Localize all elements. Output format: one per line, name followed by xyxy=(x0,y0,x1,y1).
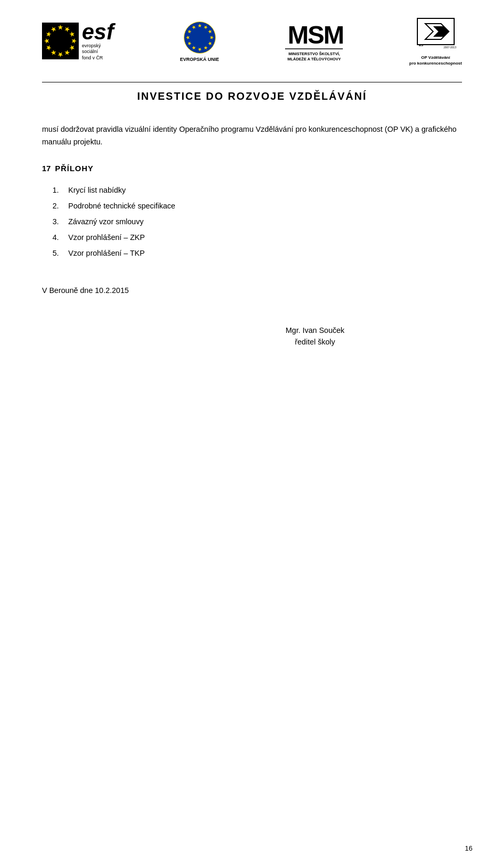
list-num-4: 4. xyxy=(52,231,63,244)
svg-point-13 xyxy=(184,22,215,53)
page-number: 16 xyxy=(465,844,472,852)
header-divider xyxy=(42,82,462,82)
appendix-list: 1. Krycí list nabídky 2. Podrobné techni… xyxy=(52,183,462,260)
signature-title: ředitel školy xyxy=(295,338,335,346)
op-logo: ES 2007-2013 OP Vzdělávání pro konkurenc… xyxy=(410,16,462,66)
eu-flag-icon xyxy=(183,20,217,55)
location-date: V Berouně dne 10.2.2015 xyxy=(42,286,462,295)
list-num-5: 5. xyxy=(52,246,63,260)
esf-text-block: esf evropský sociální fond v ČR xyxy=(82,21,114,61)
list-text-2: Podrobné technické specifikace xyxy=(68,199,175,213)
list-text-3: Závazný vzor smlouvy xyxy=(68,215,143,228)
svg-text:ES: ES xyxy=(419,44,423,47)
footer-section: V Berouně dne 10.2.2015 Mgr. Ivan Souček… xyxy=(42,286,462,346)
list-num-2: 2. xyxy=(52,199,63,213)
svg-text:2007-2013: 2007-2013 xyxy=(444,46,456,49)
list-item: 5. Vzor prohlášení – TKP xyxy=(52,246,462,260)
esf-description-line2: sociální xyxy=(82,49,114,55)
list-item: 4. Vzor prohlášení – ZKP xyxy=(52,231,462,244)
esf-description-line1: evropský xyxy=(82,43,114,49)
list-num-1: 1. xyxy=(52,183,63,197)
list-item: 1. Krycí list nabídky xyxy=(52,183,462,197)
msmt-emblem-icon: MSMT xyxy=(285,20,343,51)
signature-area: Mgr. Ivan Souček ředitel školy xyxy=(262,326,368,346)
svg-text:MSMT: MSMT xyxy=(288,21,343,49)
op-text-line2: pro konkurenceschopnost xyxy=(410,60,462,66)
msmt-logo: MSMT MINISTERSTVO ŠKOLSTVÍ, MLÁDEŽE A TĚ… xyxy=(285,20,343,62)
list-item: 2. Podrobné technické specifikace xyxy=(52,199,462,213)
esf-description-line3: fond v ČR xyxy=(82,55,114,61)
list-text-4: Vzor prohlášení – ZKP xyxy=(68,231,145,244)
section-number: 17 xyxy=(42,164,51,173)
list-text-5: Vzor prohlášení – TKP xyxy=(68,246,145,260)
msmt-text-line2: MLÁDEŽE A TĚLOVÝCHOVY xyxy=(287,57,341,62)
list-num-3: 3. xyxy=(52,215,63,228)
page: esf evropský sociální fond v ČR xyxy=(0,0,504,868)
list-text-1: Krycí list nabídky xyxy=(68,183,126,197)
svg-marker-30 xyxy=(433,26,449,37)
eu-label-text: EVROPSKÁ UNIE xyxy=(180,57,219,62)
esf-logo: esf evropský sociální fond v ČR xyxy=(42,21,114,61)
op-emblem-icon: ES 2007-2013 xyxy=(415,16,457,53)
list-item: 3. Závazný vzor smlouvy xyxy=(52,215,462,228)
main-content: musí dodržovat pravidla vizuální identit… xyxy=(42,123,462,346)
esf-big-letters: esf xyxy=(82,21,114,43)
msmt-text-line1: MINISTERSTVO ŠKOLSTVÍ, xyxy=(287,51,341,57)
header-logos: esf evropský sociální fond v ČR xyxy=(42,16,462,71)
investice-title: INVESTICE DO ROZVOJE VZDĚLÁVÁNÍ xyxy=(42,90,462,102)
signature-name: Mgr. Ivan Souček xyxy=(286,326,344,334)
esf-emblem-icon xyxy=(42,23,79,59)
intro-paragraph: musí dodržovat pravidla vizuální identit… xyxy=(42,123,462,148)
section-title: PŘÍLOHY xyxy=(55,164,94,173)
op-text-line1: OP Vzdělávání xyxy=(410,55,462,60)
eu-logo: EVROPSKÁ UNIE xyxy=(180,20,219,62)
section-heading: 17 PŘÍLOHY xyxy=(42,164,462,173)
